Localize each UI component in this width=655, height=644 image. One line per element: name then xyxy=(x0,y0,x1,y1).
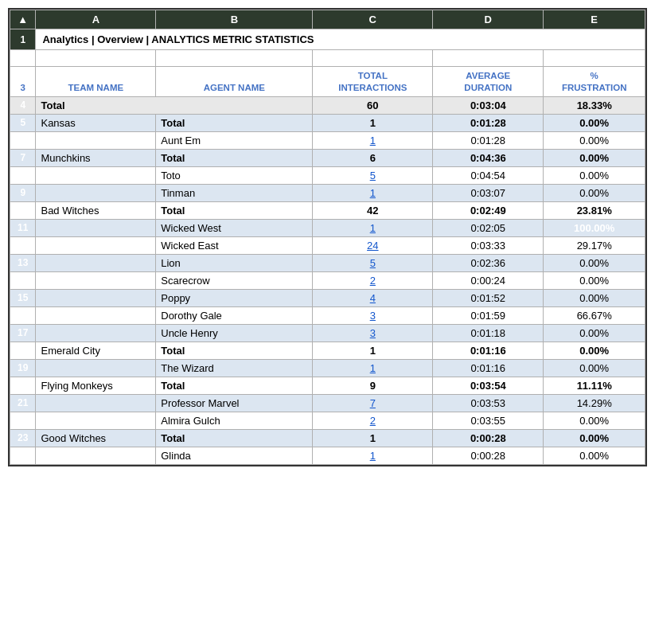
almira-duration: 0:03:55 xyxy=(433,412,544,429)
team-blank-14 xyxy=(36,271,156,289)
table-row: 17 Uncle Henry 3 0:01:18 0.00% xyxy=(10,324,645,342)
agent-uncle-henry: Uncle Henry xyxy=(156,324,313,342)
table-row: 19 The Wizard 1 0:01:16 0.00% xyxy=(10,359,645,377)
row-num-12: 12 xyxy=(10,236,36,254)
uncle-henry-interactions[interactable]: 3 xyxy=(313,324,433,342)
almira-interactions[interactable]: 2 xyxy=(313,412,433,429)
grand-total-label: Total xyxy=(36,96,313,114)
wicked-west-frustration: 100.00% xyxy=(544,219,645,236)
bad-witches-total-frustration: 23.81% xyxy=(544,201,645,219)
team-blank-21 xyxy=(36,394,156,412)
table-row: 18 Emerald City Total 1 0:01:16 0.00% xyxy=(10,342,645,359)
agent-glinda: Glinda xyxy=(156,447,313,464)
agent-flying-monkeys-total: Total xyxy=(156,377,313,394)
tinman-interactions[interactable]: 1 xyxy=(313,184,433,201)
toto-duration: 0:04:54 xyxy=(433,166,544,184)
emerald-city-total-frustration: 0.00% xyxy=(544,342,645,359)
team-name-kansas: Kansas xyxy=(36,114,156,131)
professor-marvel-duration: 0:03:53 xyxy=(433,394,544,412)
table-row: 5 Kansas Total 1 0:01:28 0.00% xyxy=(10,114,645,131)
agent-wicked-east: Wicked East xyxy=(156,236,313,254)
toto-interactions[interactable]: 5 xyxy=(313,166,433,184)
average-duration-header: AVERAGEDURATION xyxy=(433,67,544,97)
column-headers: ▲ A B C D E xyxy=(10,10,645,29)
row-num-11: 11 xyxy=(10,219,36,236)
dorothy-frustration: 66.67% xyxy=(544,306,645,324)
agent-lion: Lion xyxy=(156,254,313,271)
row-num-1: 1 xyxy=(10,29,36,50)
dorothy-interactions[interactable]: 3 xyxy=(313,306,433,324)
bad-witches-total-duration: 0:02:49 xyxy=(433,201,544,219)
row-num-23: 23 xyxy=(10,429,36,447)
team-name-emerald-city: Emerald City xyxy=(36,342,156,359)
wicked-west-duration: 0:02:05 xyxy=(433,219,544,236)
wicked-east-interactions[interactable]: 24 xyxy=(313,236,433,254)
flying-monkeys-total-frustration: 11.11% xyxy=(544,377,645,394)
row-num-6: 6 xyxy=(10,131,36,149)
row-num-8: 8 xyxy=(10,166,36,184)
toto-frustration: 0.00% xyxy=(544,166,645,184)
team-blank-9 xyxy=(36,184,156,201)
kansas-total-interactions: 1 xyxy=(313,114,433,131)
grand-total-interactions: 60 xyxy=(313,96,433,114)
team-blank-13 xyxy=(36,254,156,271)
agent-poppy: Poppy xyxy=(156,289,313,306)
row-num-13: 13 xyxy=(10,254,36,271)
team-name-header: TEAM NAME xyxy=(36,67,156,97)
table-row: 11 Wicked West 1 0:02:05 100.00% xyxy=(10,219,645,236)
table-row: 4 Total 60 0:03:04 18.33% xyxy=(10,96,645,114)
glinda-interactions[interactable]: 1 xyxy=(313,447,433,464)
scarecrow-interactions[interactable]: 2 xyxy=(313,271,433,289)
scarecrow-duration: 0:00:24 xyxy=(433,271,544,289)
aunt-em-duration: 0:01:28 xyxy=(433,131,544,149)
lion-interactions[interactable]: 5 xyxy=(313,254,433,271)
table-row: 22 Almira Gulch 2 0:03:55 0.00% xyxy=(10,412,645,429)
team-name-good-witches: Good Witches xyxy=(36,429,156,447)
tinman-duration: 0:03:07 xyxy=(433,184,544,201)
agent-name-header: AGENT NAME xyxy=(156,67,313,97)
row-num-4: 4 xyxy=(10,96,36,114)
team-blank-11 xyxy=(36,219,156,236)
agent-wicked-west: Wicked West xyxy=(156,219,313,236)
agent-aunt-em: Aunt Em xyxy=(156,131,313,149)
wicked-east-duration: 0:03:33 xyxy=(433,236,544,254)
col-e-header: E xyxy=(544,10,645,29)
row-num-7: 7 xyxy=(10,149,36,166)
wizard-duration: 0:01:16 xyxy=(433,359,544,377)
agent-bad-witches-total: Total xyxy=(156,201,313,219)
poppy-interactions[interactable]: 4 xyxy=(313,289,433,306)
grand-total-duration: 0:03:04 xyxy=(433,96,544,114)
glinda-duration: 0:00:28 xyxy=(433,447,544,464)
table-row: 12 Wicked East 24 0:03:33 29.17% xyxy=(10,236,645,254)
grand-total-frustration: 18.33% xyxy=(544,96,645,114)
agent-scarecrow: Scarecrow xyxy=(156,271,313,289)
good-witches-total-frustration: 0.00% xyxy=(544,429,645,447)
lion-frustration: 0.00% xyxy=(544,254,645,271)
wizard-interactions[interactable]: 1 xyxy=(313,359,433,377)
total-interactions-header: TOTALINTERACTIONS xyxy=(313,67,433,97)
row-num-2: 2 xyxy=(10,50,36,67)
row-num-9: 9 xyxy=(10,184,36,201)
poppy-duration: 0:01:52 xyxy=(433,289,544,306)
col-b-header: B xyxy=(156,10,313,29)
aunt-em-interactions[interactable]: 1 xyxy=(313,131,433,149)
agent-kansas-total: Total xyxy=(156,114,313,131)
lion-duration: 0:02:36 xyxy=(433,254,544,271)
kansas-total-frustration: 0.00% xyxy=(544,114,645,131)
team-blank-8 xyxy=(36,166,156,184)
munchkins-total-interactions: 6 xyxy=(313,149,433,166)
uncle-henry-frustration: 0.00% xyxy=(544,324,645,342)
table-row: 13 Lion 5 0:02:36 0.00% xyxy=(10,254,645,271)
table-row: 24 Glinda 1 0:00:28 0.00% xyxy=(10,447,645,464)
row-num-18: 18 xyxy=(10,342,36,359)
scarecrow-frustration: 0.00% xyxy=(544,271,645,289)
team-blank-15 xyxy=(36,289,156,306)
wicked-west-interactions[interactable]: 1 xyxy=(313,219,433,236)
agent-good-witches-total: Total xyxy=(156,429,313,447)
good-witches-total-duration: 0:00:28 xyxy=(433,429,544,447)
row-num-21: 21 xyxy=(10,394,36,412)
kansas-total-duration: 0:01:28 xyxy=(433,114,544,131)
poppy-frustration: 0.00% xyxy=(544,289,645,306)
table-row: 14 Scarecrow 2 0:00:24 0.00% xyxy=(10,271,645,289)
professor-marvel-interactions[interactable]: 7 xyxy=(313,394,433,412)
